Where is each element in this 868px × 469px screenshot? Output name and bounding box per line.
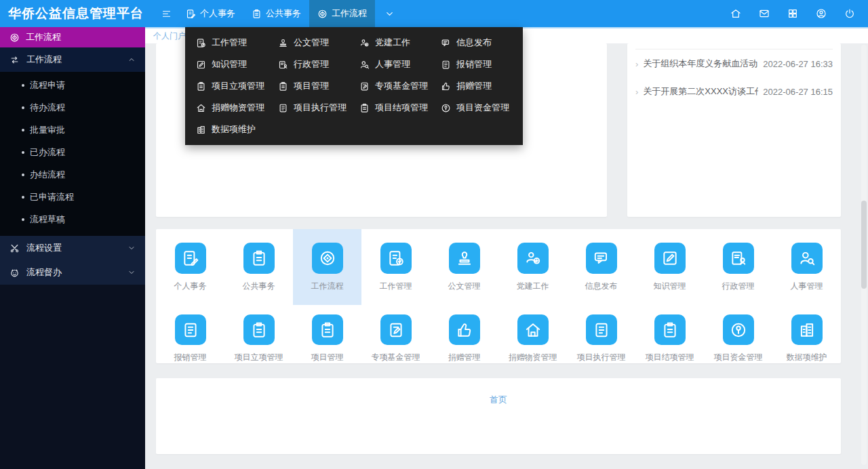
- grid-icon[interactable]: [787, 7, 799, 20]
- power-icon[interactable]: [844, 7, 856, 20]
- sidebar-subitem[interactable]: 批量审批: [0, 119, 145, 141]
- app-tile-icon-box: [243, 314, 275, 345]
- dropdown-item-label: 项目立项管理: [212, 80, 264, 92]
- app-tile[interactable]: 捐赠管理: [430, 305, 498, 363]
- sidebar-subitem[interactable]: 流程申请: [0, 74, 145, 96]
- dropdown-item[interactable]: 项目执行管理: [278, 97, 359, 119]
- app-tile[interactable]: 数据项维护: [772, 305, 841, 363]
- dropdown-item[interactable]: 党建工作: [359, 32, 441, 54]
- news-date: 2022-06-27 16:33: [763, 59, 833, 69]
- app-tile[interactable]: 项目执行管理: [567, 305, 635, 363]
- app-tile-label: 项目立项管理: [235, 352, 283, 363]
- dropdown-item[interactable]: 公文管理: [278, 32, 359, 54]
- app-tile-label: 知识管理: [654, 281, 686, 292]
- dropdown-item[interactable]: 信息发布: [441, 32, 522, 54]
- user-icon[interactable]: [815, 7, 827, 20]
- bullet-icon: [22, 196, 24, 199]
- pencil-square-icon: [196, 60, 206, 70]
- dropdown-item[interactable]: 知识管理: [196, 54, 278, 75]
- app-tile-icon-box: [380, 243, 412, 274]
- dropdown-item[interactable]: 捐赠物资管理: [196, 97, 278, 119]
- scrollbar-thumb[interactable]: [861, 201, 867, 289]
- bullet-icon: [22, 174, 24, 176]
- app-tile[interactable]: 工作管理: [361, 229, 430, 305]
- clipboard-list-icon: [319, 321, 336, 339]
- dropdown-item[interactable]: 项目结项管理: [359, 97, 441, 119]
- sidebar-group-label: 流程设置: [26, 242, 62, 254]
- app-tile[interactable]: 捐赠物资管理: [498, 305, 567, 363]
- app-tile[interactable]: 人事管理: [772, 229, 841, 305]
- topbar-nav-chevron[interactable]: [375, 0, 404, 27]
- app-tile[interactable]: 项目结项管理: [635, 305, 704, 363]
- topbar-nav-item[interactable]: 公共事务: [243, 0, 309, 27]
- app-grid-row-1: 个人事务公共事务工作流程工作管理公文管理党建工作信息发布知识管理行政管理人事管理: [156, 229, 841, 305]
- sidebar-group-title[interactable]: 工作流程: [0, 47, 145, 72]
- doc-check-icon: [387, 249, 405, 267]
- app-tile-icon-box: [791, 243, 823, 274]
- app-tile-icon-box: [243, 243, 275, 274]
- flow-icon: [9, 33, 20, 43]
- dropdown-item-label: 项目结项管理: [375, 102, 428, 114]
- app-tile[interactable]: 知识管理: [635, 229, 704, 305]
- app-tile[interactable]: 报销管理: [156, 305, 224, 363]
- dropdown-item[interactable]: 项目资金管理: [441, 97, 522, 119]
- app-tile-label: 捐赠物资管理: [509, 352, 557, 363]
- dropdown-item[interactable]: 行政管理: [278, 54, 359, 75]
- sidebar-header-label: 工作流程: [26, 31, 61, 43]
- sidebar-subitem[interactable]: 已申请流程: [0, 186, 145, 208]
- page-scrollbar[interactable]: [861, 45, 867, 465]
- app-tile-label: 个人事务: [174, 281, 207, 292]
- dropdown-item[interactable]: 工作管理: [196, 32, 278, 54]
- app-tile[interactable]: 工作流程: [293, 229, 361, 305]
- chevron-down-icon: [127, 244, 136, 252]
- dropdown-item-label: 信息发布: [456, 37, 492, 49]
- stamp-icon: [278, 38, 288, 48]
- app-tile[interactable]: 项目资金管理: [704, 305, 772, 363]
- app-tile[interactable]: 专项基金管理: [361, 305, 430, 363]
- hamburger-menu-icon[interactable]: [155, 0, 178, 27]
- dropdown-item[interactable]: 数据项维护: [196, 119, 278, 140]
- sidebar-group-label: 工作流程: [26, 54, 62, 66]
- home-link[interactable]: 首页: [490, 394, 507, 405]
- app-tile-label: 专项基金管理: [372, 352, 420, 363]
- app-tile[interactable]: 个人事务: [156, 229, 224, 305]
- news-row[interactable]: ›关于开展第二次XXXX访谈工作...2022-06-27 16:15: [627, 77, 841, 105]
- app-tile[interactable]: 信息发布: [567, 229, 635, 305]
- topbar-nav-item[interactable]: 工作流程: [309, 0, 375, 27]
- app-tile[interactable]: 行政管理: [704, 229, 772, 305]
- user-search-icon: [359, 60, 370, 70]
- coin-icon: [441, 103, 451, 113]
- dropdown-item[interactable]: 捐赠管理: [441, 75, 522, 97]
- sidebar-group-title[interactable]: 流程设置: [0, 236, 145, 260]
- app-grid-row-2: 报销管理项目立项管理项目管理专项基金管理捐赠管理捐赠物资管理项目执行管理项目结项…: [156, 305, 841, 363]
- app-tile-icon-box: [449, 243, 480, 274]
- app-tile-label: 项目结项管理: [646, 352, 694, 363]
- sidebar-subitem[interactable]: 流程草稿: [0, 208, 145, 230]
- home-icon[interactable]: [730, 7, 742, 20]
- dropdown-item[interactable]: 项目管理: [278, 75, 359, 97]
- topbar-nav-item[interactable]: 个人事务: [178, 0, 243, 27]
- sidebar-subitem[interactable]: 办结流程: [0, 163, 145, 186]
- sidebar-subitem[interactable]: 已办流程: [0, 141, 145, 163]
- mail-icon[interactable]: [758, 7, 770, 20]
- sidebar-subitem[interactable]: 待办流程: [0, 96, 145, 119]
- app-tile[interactable]: 项目管理: [293, 305, 361, 363]
- app-tile[interactable]: 公共事务: [224, 229, 293, 305]
- dropdown-item-label: 专项基金管理: [375, 80, 428, 92]
- app-grid-panel: 个人事务公共事务工作流程工作管理公文管理党建工作信息发布知识管理行政管理人事管理…: [156, 229, 841, 363]
- news-row[interactable]: ›关于组织本年度义务献血活动...2022-06-27 16:33: [627, 49, 841, 77]
- dropdown-item[interactable]: 人事管理: [359, 54, 441, 75]
- app-tile[interactable]: 党建工作: [498, 229, 567, 305]
- app-tile[interactable]: 项目立项管理: [224, 305, 293, 363]
- caret-right-icon: ›: [635, 60, 638, 68]
- dropdown-item-label: 项目资金管理: [456, 102, 509, 114]
- app-tile-icon-box: [791, 314, 823, 345]
- bullet-icon: [22, 106, 24, 109]
- app-tile[interactable]: 公文管理: [430, 229, 498, 305]
- dropdown-item[interactable]: 专项基金管理: [359, 75, 441, 97]
- thumbs-up-icon: [441, 81, 451, 91]
- dropdown-item[interactable]: 报销管理: [441, 54, 522, 75]
- dropdown-item[interactable]: 项目立项管理: [196, 75, 278, 97]
- sidebar-group-title[interactable]: 流程督办: [0, 260, 145, 285]
- topbar-nav-label: 公共事务: [266, 7, 301, 20]
